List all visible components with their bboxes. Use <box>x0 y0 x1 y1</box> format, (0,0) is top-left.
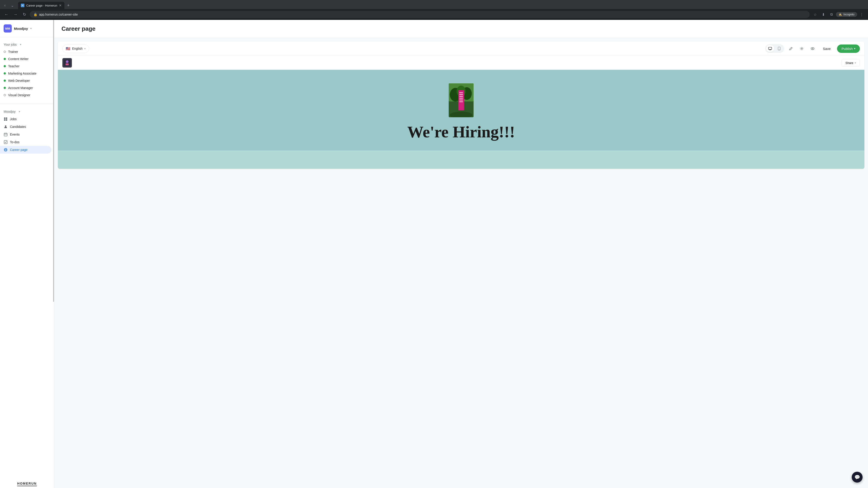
language-label: English <box>72 47 83 51</box>
back-button[interactable]: ← <box>3 11 10 18</box>
company-nav-section: Moodjoy ▾ Jobs Candidates Events <box>0 104 54 157</box>
your-jobs-text: Your jobs <box>4 43 17 46</box>
sidebar-item-visual-designer[interactable]: Visual Designer <box>0 92 54 99</box>
tab-favicon: H <box>21 4 24 7</box>
tab-title: Career page - Homerun <box>26 4 57 7</box>
hero-image <box>449 84 473 117</box>
your-jobs-section: Your jobs ▾ Trainer Content Writer Teach… <box>0 37 54 102</box>
logo-text: HOMERUN <box>17 482 37 486</box>
status-dot-active <box>4 72 6 74</box>
chat-bubble-button[interactable]: 💬 <box>852 472 863 483</box>
sidebar: MM Moodjoy ▾ Your jobs ▾ Trainer Content… <box>0 20 54 488</box>
share-label: Share <box>845 61 853 65</box>
edit-tool-button[interactable] <box>787 44 795 53</box>
career-page-icon <box>4 148 8 152</box>
jobs-icon <box>4 117 8 121</box>
extension-button[interactable]: ⧉ <box>828 11 835 18</box>
company-nav-text: Moodjoy <box>4 110 16 113</box>
desktop-view-button[interactable] <box>766 45 774 52</box>
status-dot-inactive <box>4 51 6 53</box>
svg-rect-1 <box>6 118 7 119</box>
candidates-nav-label: Candidates <box>10 125 26 129</box>
status-dot-active <box>4 87 6 89</box>
editor-area: 🇺🇸 English ▾ <box>54 38 868 488</box>
chat-icon: 💬 <box>855 475 860 480</box>
sidebar-item-jobs[interactable]: Jobs <box>0 115 54 123</box>
publish-label: Publish <box>842 47 852 51</box>
share-button[interactable]: Share ▾ <box>842 59 860 67</box>
avatar: MM <box>4 24 12 33</box>
company-dropdown-icon[interactable]: ▾ <box>30 27 32 30</box>
svg-rect-31 <box>459 98 463 98</box>
logo-image <box>64 59 70 66</box>
sidebar-item-web-developer[interactable]: Web Developer <box>0 77 54 84</box>
job-label-marketing-associate: Marketing Associate <box>8 72 36 75</box>
editor-toolbar: 🇺🇸 English ▾ <box>58 41 864 56</box>
download-button[interactable]: ⬇ <box>819 11 827 18</box>
settings-tool-button[interactable] <box>798 44 806 53</box>
your-jobs-dropdown-icon: ▾ <box>20 43 21 46</box>
job-label-web-developer: Web Developer <box>8 79 30 83</box>
tab-prev-button[interactable]: ‹ <box>2 2 8 8</box>
status-dot-active <box>4 65 6 67</box>
svg-rect-32 <box>459 100 463 100</box>
svg-point-15 <box>801 48 802 49</box>
incognito-label: Incognito <box>843 13 855 16</box>
refresh-button[interactable]: ↻ <box>21 11 28 18</box>
sidebar-item-events[interactable]: Events <box>0 131 54 138</box>
career-page-nav-label: Career page <box>10 148 28 152</box>
svg-point-19 <box>66 60 68 63</box>
job-label-visual-designer: Visual Designer <box>8 93 30 97</box>
job-label-trainer: Trainer <box>8 50 18 54</box>
svg-rect-10 <box>769 47 772 50</box>
svg-rect-5 <box>4 133 7 136</box>
job-label-teacher: Teacher <box>8 64 20 68</box>
company-nav-dropdown-icon: ▾ <box>19 110 20 113</box>
svg-rect-2 <box>4 119 5 121</box>
new-tab-button[interactable]: + <box>65 2 71 9</box>
tab-bar: ‹ ⌄ H Career page - Homerun ✕ + <box>0 0 868 9</box>
job-label-account-manager: Account Manager <box>8 86 33 90</box>
sidebar-scrollbar[interactable] <box>53 20 54 302</box>
homerun-logo: HOMERUN <box>0 478 54 488</box>
sidebar-item-todos[interactable]: To-dos <box>0 138 54 146</box>
tab-dropdown-button[interactable]: ⌄ <box>9 2 16 8</box>
your-jobs-label[interactable]: Your jobs ▾ <box>0 41 54 48</box>
incognito-button[interactable]: 🕵 Incognito <box>836 12 857 17</box>
sidebar-item-account-manager[interactable]: Account Manager <box>0 84 54 92</box>
job-label-content-writer: Content Writer <box>8 57 29 61</box>
status-dot-inactive <box>4 94 6 96</box>
browser-chrome: ‹ ⌄ H Career page - Homerun ✕ + ← → ↻ 🔒 … <box>0 0 868 20</box>
sidebar-item-candidates[interactable]: Candidates <box>0 123 54 131</box>
close-tab-button[interactable]: ✕ <box>59 4 62 7</box>
events-nav-label: Events <box>10 133 20 136</box>
sidebar-item-content-writer[interactable]: Content Writer <box>0 55 54 63</box>
save-button[interactable]: Save <box>819 45 834 53</box>
share-dropdown-icon: ▾ <box>855 61 856 64</box>
svg-rect-20 <box>66 64 69 65</box>
sidebar-item-career-page[interactable]: Career page <box>0 146 51 154</box>
company-nav-label[interactable]: Moodjoy ▾ <box>0 108 54 115</box>
active-tab[interactable]: H Career page - Homerun ✕ <box>18 2 64 9</box>
address-bar[interactable]: 🔒 app.homerun.co/career-site <box>30 11 810 18</box>
forward-button[interactable]: → <box>12 11 19 18</box>
sidebar-item-teacher[interactable]: Teacher <box>0 63 54 70</box>
bookmark-button[interactable]: ☆ <box>811 11 819 18</box>
more-button[interactable]: ⋮ <box>858 11 865 18</box>
language-selector[interactable]: 🇺🇸 English ▾ <box>62 44 89 53</box>
flag-icon: 🇺🇸 <box>66 46 70 51</box>
hero-title: We're Hiring!!! <box>407 123 515 141</box>
publish-button[interactable]: Publish ▾ <box>837 44 860 53</box>
mobile-view-button[interactable] <box>775 45 783 52</box>
preview-tool-button[interactable] <box>809 44 817 53</box>
sidebar-item-marketing-associate[interactable]: Marketing Associate <box>0 70 54 77</box>
svg-rect-30 <box>459 96 463 97</box>
company-name: Moodjoy <box>14 27 28 31</box>
sidebar-header[interactable]: MM Moodjoy ▾ <box>0 20 54 37</box>
tab-nav-buttons: ‹ ⌄ <box>2 2 16 8</box>
sidebar-item-trainer[interactable]: Trainer <box>0 48 54 55</box>
page-header: Career page <box>54 20 868 38</box>
svg-rect-6 <box>4 140 7 144</box>
url-text: app.homerun.co/career-site <box>39 13 806 16</box>
svg-rect-0 <box>4 118 5 119</box>
